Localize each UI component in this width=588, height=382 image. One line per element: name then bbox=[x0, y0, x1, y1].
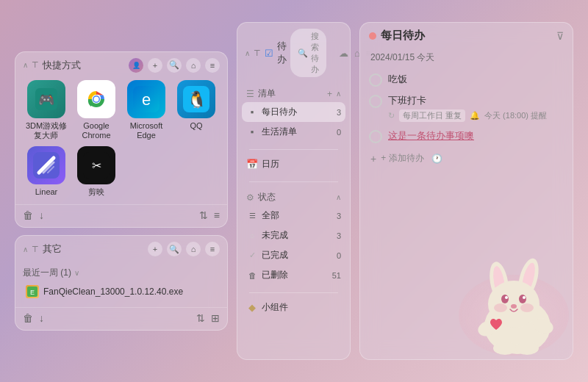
search-shortcuts-button[interactable]: 🔍 bbox=[167, 58, 182, 73]
filter-icon[interactable]: ⊽ bbox=[556, 30, 564, 42]
todo-nav-daily[interactable]: ▪ 每日待办 3 bbox=[242, 102, 345, 122]
app-item-chrome[interactable]: GoogleChrome bbox=[74, 80, 118, 140]
incomplete-count: 3 bbox=[331, 231, 341, 240]
capcut-label: 剪映 bbox=[88, 187, 104, 197]
trash-icon[interactable]: 🗑 bbox=[23, 209, 33, 221]
status-label: 状态 bbox=[258, 191, 332, 203]
svg-text:🎮: 🎮 bbox=[38, 92, 55, 108]
todo-nav-calendar[interactable]: 📅 日历 bbox=[242, 154, 345, 174]
task-item-3: 这是一条待办事项噢 bbox=[369, 129, 564, 143]
other-down-icon[interactable]: ↓ bbox=[39, 312, 44, 324]
task-content-3: 这是一条待办事项噢 bbox=[388, 129, 564, 143]
divider-1 bbox=[249, 149, 338, 150]
other-menu-button[interactable]: ≡ bbox=[205, 242, 220, 256]
menu-button[interactable]: ≡ bbox=[205, 58, 220, 73]
list-icon: ☰ bbox=[246, 89, 254, 99]
chrome-label: GoogleChrome bbox=[82, 121, 110, 140]
desktop: ∧ ⊤ 快捷方式 👤 + 🔍 ⌂ ≡ 🎮 bbox=[0, 0, 588, 382]
app-item-qq[interactable]: 🐧 QQ bbox=[174, 80, 218, 140]
todo-nav-widget[interactable]: ◆ 小组件 bbox=[242, 298, 345, 317]
other-grid-icon[interactable]: ⊞ bbox=[211, 312, 220, 324]
gamedora-icon: 🎮 bbox=[27, 80, 65, 118]
left-column: ∧ ⊤ 快捷方式 👤 + 🔍 ⌂ ≡ 🎮 bbox=[15, 51, 228, 331]
apps-grid: 🎮 3DM游戏修复大师 bbox=[15, 77, 227, 205]
life-icon: ▪ bbox=[246, 126, 258, 137]
task-repeat-tag: 每周工作日 重复 bbox=[399, 109, 465, 122]
task-checkbox-3[interactable] bbox=[369, 130, 382, 143]
user-avatar[interactable]: 👤 bbox=[129, 58, 143, 73]
todo-panel: ∧ ⊤ ☑ 待办 🔍 搜索待办 👤 ☁ ⌂ ≡ bbox=[237, 22, 351, 360]
divider-2 bbox=[249, 181, 338, 182]
svg-text:🐧: 🐧 bbox=[187, 90, 207, 109]
linear-icon bbox=[27, 146, 65, 184]
daily-icon: ▪ bbox=[246, 107, 258, 118]
group-label: 最近一周 (1) bbox=[23, 267, 71, 279]
task-checkbox-2[interactable] bbox=[369, 95, 382, 108]
bookmark-button[interactable]: ⌂ bbox=[186, 58, 201, 73]
widget-label: 小组件 bbox=[262, 301, 341, 314]
detail-panel: 每日待办 ⊽ 2024/01/15 今天 吃饭 下班打卡 bbox=[359, 22, 573, 360]
app-item-capcut[interactable]: ✂ 剪映 bbox=[74, 146, 118, 197]
todo-nav-incomplete[interactable]: ○ 未完成 3 bbox=[242, 226, 345, 245]
all-count: 3 bbox=[331, 212, 341, 220]
other-search-button[interactable]: 🔍 bbox=[167, 242, 182, 256]
file-list: 最近一周 (1) ∨ E FanQieClean_13000_1.0.12.40… bbox=[15, 261, 227, 307]
add-task-area[interactable]: + + 添加待办 🕐 bbox=[360, 146, 573, 170]
complete-count: 0 bbox=[331, 251, 341, 260]
collapse-icon[interactable]: ∧ bbox=[23, 61, 28, 69]
other-sort-icon[interactable]: ⇅ bbox=[196, 312, 205, 324]
list-icon[interactable]: ≡ bbox=[214, 209, 220, 221]
status-chevron[interactable]: ∧ bbox=[336, 193, 341, 201]
file-group-header[interactable]: 最近一周 (1) ∨ bbox=[23, 264, 220, 282]
detail-date: 2024/01/15 今天 bbox=[360, 48, 573, 70]
chrome-icon bbox=[77, 80, 115, 118]
file-item[interactable]: E FanQieClean_13000_1.0.12.40.exe bbox=[23, 282, 220, 301]
app-item-gamedora[interactable]: 🎮 3DM游戏修复大师 bbox=[24, 80, 68, 140]
other-footer-left: 🗑 ↓ bbox=[23, 312, 44, 324]
remind-icon-2: 🔔 bbox=[470, 111, 480, 120]
svg-point-29 bbox=[520, 303, 534, 312]
detail-header: 每日待办 ⊽ bbox=[360, 23, 573, 48]
todo-nav-complete[interactable]: ✓ 已完成 0 bbox=[242, 245, 345, 265]
sort-icon[interactable]: ⇅ bbox=[199, 209, 208, 221]
all-icon: ☰ bbox=[246, 212, 258, 220]
other-add-button[interactable]: + bbox=[148, 242, 162, 256]
edge-icon: e bbox=[127, 80, 165, 118]
linear-label: Linear bbox=[35, 187, 58, 197]
app-item-edge[interactable]: e MicrosoftEdge bbox=[124, 80, 168, 140]
todo-search-bar[interactable]: 🔍 搜索待办 bbox=[290, 29, 326, 77]
todo-nav-deleted[interactable]: 🗑 已删除 51 bbox=[242, 265, 345, 285]
svg-point-23 bbox=[501, 295, 509, 303]
svg-text:e: e bbox=[142, 90, 151, 109]
footer-left: 🗑 ↓ bbox=[23, 209, 44, 221]
todo-title: 待办 bbox=[277, 40, 287, 66]
task-title-1: 吃饭 bbox=[388, 73, 564, 86]
other-trash-icon[interactable]: 🗑 bbox=[23, 312, 33, 324]
other-pin-icon[interactable]: ⊤ bbox=[32, 245, 39, 254]
task-time-2: 今天 (18:00) 提醒 bbox=[484, 110, 547, 121]
down-icon[interactable]: ↓ bbox=[39, 209, 44, 221]
list-add-icon[interactable]: + bbox=[327, 89, 332, 99]
todo-pin-icon[interactable]: ⊤ bbox=[254, 48, 261, 58]
widget-icon: ◆ bbox=[246, 302, 258, 313]
middle-column: ∧ ⊤ ☑ 待办 🔍 搜索待办 👤 ☁ ⌂ ≡ bbox=[237, 22, 351, 360]
app-item-linear[interactable]: Linear bbox=[24, 146, 68, 197]
list-chevron[interactable]: ∧ bbox=[336, 90, 341, 98]
todo-nav-all[interactable]: ☰ 全部 3 bbox=[242, 206, 345, 226]
pin-icon[interactable]: ⊤ bbox=[32, 60, 39, 70]
daily-label: 每日待办 bbox=[262, 106, 327, 118]
search-placeholder: 搜索待办 bbox=[311, 31, 319, 75]
task-title-2: 下班打卡 bbox=[388, 94, 564, 107]
todo-section-calendar: 📅 日历 bbox=[242, 154, 345, 174]
cloud-icon[interactable]: ☁ bbox=[339, 48, 348, 59]
todo-collapse-icon[interactable]: ∧ bbox=[245, 49, 250, 57]
add-shortcut-button[interactable]: + bbox=[148, 58, 162, 73]
other-collapse-icon[interactable]: ∧ bbox=[23, 245, 28, 253]
task-checkbox-1[interactable] bbox=[369, 73, 382, 87]
life-label: 生活清单 bbox=[262, 126, 327, 138]
status-section-header: ⚙ 状态 ∧ bbox=[242, 187, 345, 206]
todo-section-list: ☰ 清单 + ∧ ▪ 每日待办 3 ▪ 生活清单 0 bbox=[242, 83, 345, 142]
other-bookmark-button[interactable]: ⌂ bbox=[186, 242, 201, 256]
all-label: 全部 bbox=[262, 209, 327, 222]
todo-nav-life[interactable]: ▪ 生活清单 0 bbox=[242, 122, 345, 142]
